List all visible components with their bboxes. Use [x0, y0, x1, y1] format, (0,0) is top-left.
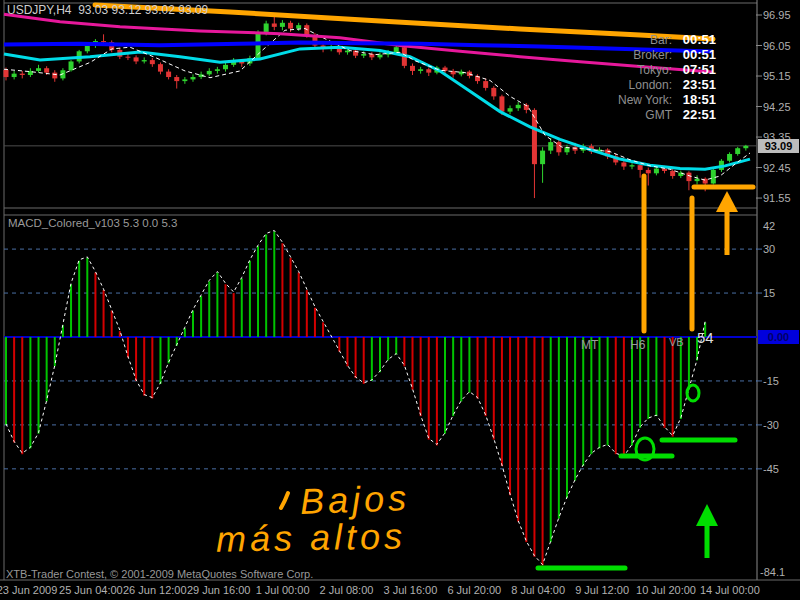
clock-session-time: 00:51 [679, 47, 716, 62]
clock-row: New York:18:51 [560, 92, 716, 107]
candle-body [304, 25, 309, 35]
time-axis-label: 10 Jul 20:00 [636, 584, 696, 596]
indicator-label: MACD_Colored_v103 5.3 0.0 5.3 [8, 217, 177, 229]
macd-annotation-text: H6 [630, 338, 645, 352]
candle-body [646, 170, 651, 173]
clock-session-time: 23:51 [679, 77, 716, 92]
clock-session-time: 18:51 [679, 92, 716, 107]
time-axis-label: 2 Jul 08:00 [320, 584, 374, 596]
candle-body [264, 23, 269, 31]
candle-body [4, 70, 9, 77]
candle-body [394, 47, 399, 52]
candle-body [207, 71, 212, 74]
macd-axis-label: -15 [763, 375, 779, 387]
handwritten-comma [281, 493, 288, 508]
macd-min-label: -84.1 [760, 566, 785, 578]
candle-body [36, 68, 41, 71]
clock-session-label: GMT [645, 108, 672, 122]
candle-body [418, 69, 423, 71]
candle-body [727, 154, 732, 161]
price-axis-label: 96.05 [763, 40, 791, 52]
candle-body [711, 170, 716, 184]
price-axis-label: 96.95 [763, 9, 791, 21]
macd-axis-label: 15 [763, 287, 775, 299]
orange-up-arrow-head [716, 191, 738, 212]
green-circle-mark [687, 385, 699, 401]
candle-body [654, 169, 659, 174]
candle-body [150, 60, 155, 64]
candle-body [410, 66, 415, 71]
price-axis-label: 94.25 [763, 101, 791, 113]
candle-body [735, 148, 740, 154]
candle-body [621, 162, 626, 166]
time-axis-label: 29 Jun 16:00 [187, 584, 251, 596]
candle-body [296, 25, 301, 28]
clock-row: GMT22:51 [560, 107, 716, 122]
candle-body [483, 81, 488, 88]
macd-axis-label: -45 [763, 463, 779, 475]
candle-body [499, 96, 504, 111]
candle-body [142, 60, 147, 61]
candle-body [638, 165, 643, 170]
candle-body [280, 23, 285, 27]
macd-max-label: 42 [763, 220, 775, 232]
candle-body [223, 65, 228, 69]
clock-session-label: Broker: [633, 48, 672, 62]
price-axis-label: 91.55 [763, 192, 791, 204]
copyright-text: XTB-Trader Contest, © 2001-2009 MetaQuot… [6, 568, 313, 580]
symbol-title: USDJPY,H4 93.03 93.12 93.02 93.09 [7, 3, 208, 17]
candle-body [426, 69, 431, 72]
time-axis-label: 1 Jul 00:00 [256, 584, 310, 596]
time-axis-label: 8 Jul 04:00 [511, 584, 565, 596]
current-macd-badge: 0.00 [758, 330, 799, 344]
candle-body [516, 105, 521, 108]
candle-body [69, 61, 74, 70]
market-sessions-clock: Bar:00:51Broker:00:51Tokyo:07:51London:2… [560, 32, 716, 122]
candle-body [215, 69, 220, 71]
clock-row: Bar:00:51 [560, 32, 716, 47]
macd-axis-label: -30 [763, 419, 779, 431]
price-axis-label: 95.15 [763, 70, 791, 82]
candle-body [695, 179, 700, 181]
time-axis-label: 25 Jun 04:00 [59, 584, 123, 596]
clock-session-label: Bar: [650, 33, 672, 47]
candle-body [491, 88, 496, 96]
candle-body [686, 173, 691, 181]
candle-body [12, 74, 17, 77]
candle-body [532, 110, 537, 164]
candle-body [556, 142, 561, 152]
candle-body [44, 68, 49, 72]
green-up-arrow-head [696, 504, 718, 526]
candle-body [190, 77, 195, 79]
candle-body [20, 74, 25, 75]
time-axis-label: 9 Jul 12:00 [575, 584, 629, 596]
candle-body [125, 57, 130, 58]
candle-body [508, 108, 513, 111]
time-axis-label: 26 Jun 12:00 [123, 584, 187, 596]
price-axis-label: 92.45 [763, 162, 791, 174]
candle-body [52, 73, 57, 79]
candle-body [85, 46, 90, 52]
candle-body [670, 171, 675, 176]
clock-session-time: 22:51 [679, 107, 716, 122]
clock-session-time: 07:51 [679, 62, 716, 77]
handwritten-note-line2: más altos [216, 515, 407, 560]
candle-body [662, 169, 667, 171]
candle-body [540, 151, 545, 165]
candle-body [182, 79, 187, 81]
macd-axis-label: 30 [763, 243, 775, 255]
candle-body [166, 72, 171, 77]
candle-body [101, 41, 106, 42]
clock-session-label: London: [629, 78, 672, 92]
clock-session-label: Tokyo: [637, 63, 672, 77]
clock-row: Tokyo:07:51 [560, 62, 716, 77]
current-price-badge: 93.09 [758, 139, 799, 153]
candle-body [272, 23, 277, 26]
clock-session-label: New York: [618, 93, 672, 107]
time-axis-label: 3 Jul 16:00 [383, 584, 437, 596]
candle-body [158, 64, 163, 71]
candle-body [361, 54, 366, 56]
macd-annotation-text: 54 [697, 329, 714, 346]
candle-body [377, 55, 382, 58]
time-axis-label: 14 Jul 00:00 [700, 584, 760, 596]
